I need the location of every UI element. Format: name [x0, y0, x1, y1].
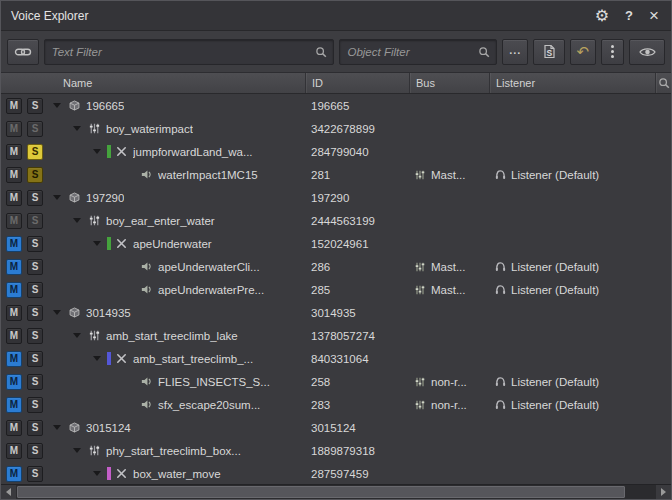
table-row[interactable]: M S jumpforwardLand_wa... 284799040 [1, 140, 671, 163]
expander-icon[interactable] [73, 126, 81, 131]
mute-button[interactable]: M [6, 282, 22, 298]
table-row[interactable]: M S apeUnderwater 152024961 [1, 232, 671, 255]
expander-icon[interactable] [73, 218, 81, 223]
name-cell[interactable]: FLIES_INSECTS_S... [49, 375, 305, 389]
mute-button[interactable]: M [6, 374, 22, 390]
name-cell[interactable]: phy_start_treeclimb_box... [49, 444, 305, 458]
table-row[interactable]: M S amb_start_treeclimb_... 840331064 [1, 347, 671, 370]
table-row[interactable]: M S boy_waterimpact 3422678899 [1, 117, 671, 140]
name-cell[interactable]: apeUnderwaterPre... [49, 283, 305, 297]
expander-icon[interactable] [93, 241, 101, 246]
expander-icon[interactable] [93, 356, 101, 361]
mute-button[interactable]: M [6, 420, 22, 436]
mute-button[interactable]: M [6, 443, 22, 459]
table-row[interactable]: M S boy_ear_enter_water 2444563199 [1, 209, 671, 232]
help-icon[interactable]: ? [625, 9, 633, 22]
expander-icon[interactable] [53, 195, 61, 200]
mute-button[interactable]: M [6, 236, 22, 252]
mute-button[interactable]: M [6, 190, 22, 206]
mute-button[interactable]: M [6, 98, 22, 114]
mute-button[interactable]: M [6, 351, 22, 367]
mute-button[interactable]: M [6, 259, 22, 275]
text-filter-input[interactable] [45, 46, 316, 58]
mute-button[interactable]: M [6, 328, 22, 344]
expander-icon[interactable] [73, 333, 81, 338]
horizontal-scrollbar[interactable] [1, 484, 671, 499]
table-row[interactable]: M S 196665 196665 [1, 94, 671, 117]
name-cell[interactable]: jumpforwardLand_wa... [49, 145, 305, 159]
solo-button[interactable]: S [27, 121, 43, 137]
scroll-right-button[interactable] [656, 485, 671, 499]
table-row[interactable]: M S box_water_move 287597459 [1, 462, 671, 484]
solo-button[interactable]: S [27, 98, 43, 114]
table-row[interactable]: M S sfx_escape20sum... 283 non-r... List… [1, 393, 671, 416]
table-row[interactable]: M S apeUnderwaterCli... 286 Mast... List… [1, 255, 671, 278]
name-cell[interactable]: 3014935 [49, 306, 305, 320]
mute-button[interactable]: M [6, 397, 22, 413]
solo-button[interactable]: S [27, 282, 43, 298]
solo-button[interactable]: S [27, 167, 43, 183]
name-cell[interactable]: waterImpact1MC15 [49, 168, 305, 182]
mute-button[interactable]: M [6, 466, 22, 482]
solo-button[interactable]: S [27, 443, 43, 459]
mute-button[interactable]: M [6, 121, 22, 137]
expander-icon[interactable] [53, 310, 61, 315]
solo-button[interactable]: S [27, 190, 43, 206]
mute-button[interactable]: M [6, 305, 22, 321]
document-settings-button[interactable]: S [533, 39, 565, 65]
header-search-button[interactable] [655, 73, 671, 93]
column-header-name[interactable]: Name [49, 73, 305, 93]
solo-button[interactable]: S [27, 420, 43, 436]
options-menu-button[interactable] [601, 39, 625, 65]
solo-button[interactable]: S [27, 236, 43, 252]
name-cell[interactable]: boy_waterimpact [49, 122, 305, 136]
table-row[interactable]: M S waterImpact1MC15 281 Mast... Listene… [1, 163, 671, 186]
solo-button[interactable]: S [27, 213, 43, 229]
solo-button[interactable]: S [27, 259, 43, 275]
name-cell[interactable]: amb_start_treeclimb_... [49, 352, 305, 366]
settings-gear-icon[interactable]: ⚙ [595, 8, 609, 24]
table-row[interactable]: M S 197290 197290 [1, 186, 671, 209]
solo-button[interactable]: S [27, 466, 43, 482]
undo-button[interactable]: ↶ [570, 39, 596, 65]
expander-icon[interactable] [93, 471, 101, 476]
table-row[interactable]: M S amb_start_treeclimb_lake 1378057274 [1, 324, 671, 347]
mute-button[interactable]: M [6, 213, 22, 229]
mute-button[interactable]: M [6, 167, 22, 183]
name-cell[interactable]: 3015124 [49, 421, 305, 435]
name-cell[interactable]: boy_ear_enter_water [49, 214, 305, 228]
name-cell[interactable]: 196665 [49, 99, 305, 113]
column-header-bus[interactable]: Bus [409, 73, 489, 93]
name-cell[interactable]: apeUnderwaterCli... [49, 260, 305, 274]
scroll-left-button[interactable] [1, 485, 16, 499]
object-filter-input[interactable] [340, 46, 478, 58]
column-header-id[interactable]: ID [305, 73, 409, 93]
solo-button[interactable]: S [27, 305, 43, 321]
name-cell[interactable]: sfx_escape20sum... [49, 398, 305, 412]
table-row[interactable]: M S FLIES_INSECTS_S... 258 non-r... List… [1, 370, 671, 393]
column-header-listener[interactable]: Listener [489, 73, 655, 93]
expander-icon[interactable] [53, 425, 61, 430]
browse-button[interactable]: ... [502, 39, 528, 65]
table-row[interactable]: M S phy_start_treeclimb_box... 188987931… [1, 439, 671, 462]
name-cell[interactable]: amb_start_treeclimb_lake [49, 329, 305, 343]
name-cell[interactable]: 197290 [49, 191, 305, 205]
link-button[interactable] [7, 39, 39, 65]
visibility-button[interactable] [629, 39, 665, 65]
close-icon[interactable]: × [649, 7, 659, 24]
expander-icon[interactable] [93, 149, 101, 154]
solo-button[interactable]: S [27, 144, 43, 160]
scrollbar-track[interactable] [16, 485, 656, 499]
solo-button[interactable]: S [27, 328, 43, 344]
table-row[interactable]: M S apeUnderwaterPre... 285 Mast... List… [1, 278, 671, 301]
name-cell[interactable]: box_water_move [49, 467, 305, 481]
scrollbar-thumb[interactable] [17, 486, 625, 498]
solo-button[interactable]: S [27, 397, 43, 413]
table-row[interactable]: M S 3014935 3014935 [1, 301, 671, 324]
mute-button[interactable]: M [6, 144, 22, 160]
expander-icon[interactable] [53, 103, 61, 108]
solo-button[interactable]: S [27, 374, 43, 390]
solo-button[interactable]: S [27, 351, 43, 367]
name-cell[interactable]: apeUnderwater [49, 237, 305, 251]
expander-icon[interactable] [73, 448, 81, 453]
